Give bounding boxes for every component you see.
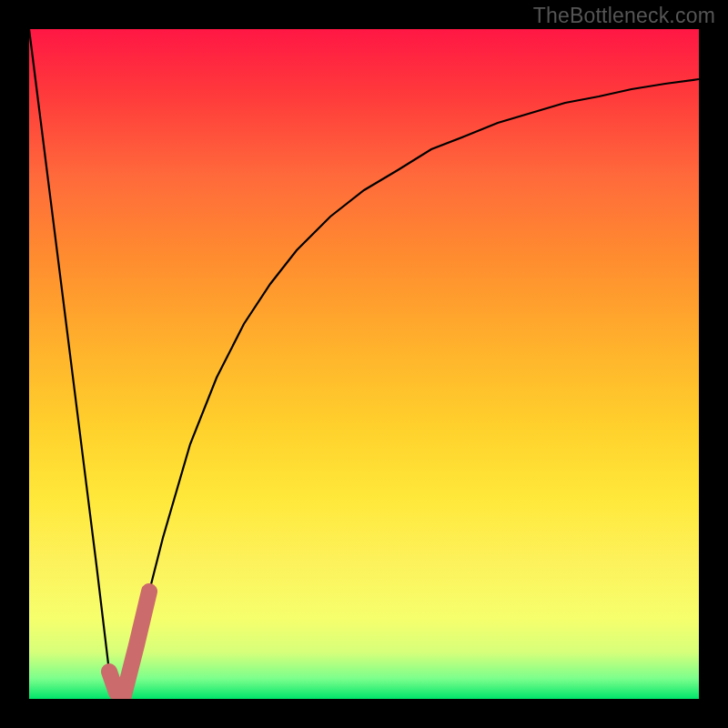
highlight-segment <box>109 592 149 699</box>
chart-frame: TheBottleneck.com <box>0 0 728 728</box>
watermark-text: TheBottleneck.com <box>533 4 715 28</box>
bottleneck-curve <box>29 29 699 699</box>
curves-svg <box>29 29 699 699</box>
plot-area <box>29 29 699 699</box>
